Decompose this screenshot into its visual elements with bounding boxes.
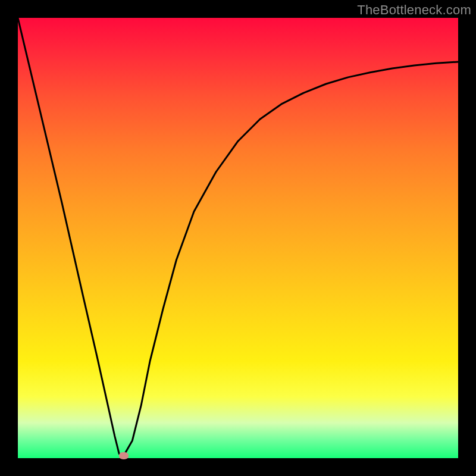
- watermark-label: TheBottleneck.com: [357, 2, 471, 18]
- bottleneck-curve: [18, 18, 458, 458]
- plot-area: [18, 18, 458, 458]
- optimal-point-marker: [119, 452, 129, 459]
- chart-frame: TheBottleneck.com: [0, 0, 476, 476]
